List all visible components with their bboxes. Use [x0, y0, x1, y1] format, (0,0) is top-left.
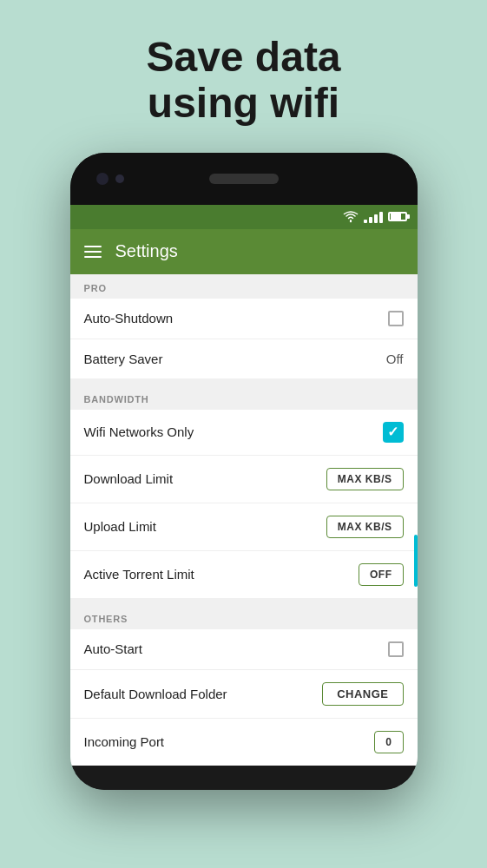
signal-bar-1	[364, 220, 367, 223]
signal-bar-4	[379, 212, 383, 223]
auto-start-label: Auto-Start	[84, 641, 143, 656]
setting-battery-saver[interactable]: Battery Saver Off	[70, 339, 418, 378]
upload-limit-label: Upload Limit	[84, 519, 156, 534]
camera-sensor	[115, 174, 124, 183]
signal-bar-3	[374, 214, 378, 223]
setting-auto-shutdown: Auto-Shutdown	[70, 299, 418, 339]
phone-frame: Settings PRO Auto-Shutdown Battery Saver…	[70, 153, 418, 790]
battery-saver-value: Off	[386, 352, 404, 366]
auto-shutdown-checkbox[interactable]	[388, 311, 404, 326]
phone-bottom-bar	[70, 773, 418, 790]
battery-saver-label: Battery Saver	[84, 352, 163, 366]
settings-section-bandwidth: Wifi Networks Only ✓ Download Limit MAX …	[70, 410, 418, 598]
setting-active-torrent-limit: Active Torrent Limit OFF	[70, 551, 418, 598]
wifi-icon	[343, 211, 359, 223]
hamburger-line-3	[84, 256, 102, 258]
wifi-networks-label: Wifi Networks Only	[84, 424, 194, 439]
checkmark-icon: ✓	[387, 424, 398, 440]
camera-lens	[96, 173, 109, 185]
settings-content: PRO Auto-Shutdown Battery Saver Off BAND…	[70, 274, 418, 766]
signal-icon	[364, 211, 383, 223]
hero-section: Save data using wifi	[0, 0, 487, 153]
signal-bar-2	[369, 217, 372, 223]
phone-speaker	[209, 174, 279, 184]
hero-title-line2: using wifi	[148, 80, 339, 126]
setting-incoming-port: Incoming Port 0	[70, 719, 418, 766]
hero-title: Save data using wifi	[0, 35, 487, 127]
setting-auto-start: Auto-Start	[70, 629, 418, 670]
section-header-pro: PRO	[70, 274, 418, 299]
download-limit-label: Download Limit	[84, 471, 174, 486]
status-bar	[70, 205, 418, 229]
hamburger-line-2	[84, 251, 102, 253]
app-toolbar: Settings	[70, 229, 418, 274]
section-header-others: OTHERS	[70, 605, 418, 629]
hero-title-line1: Save data	[146, 34, 340, 80]
scrollbar-indicator[interactable]	[414, 535, 418, 587]
auto-shutdown-label: Auto-Shutdown	[84, 311, 174, 326]
setting-wifi-networks-only: Wifi Networks Only ✓	[70, 410, 418, 456]
settings-section-others: Auto-Start Default Download Folder CHANG…	[70, 629, 418, 766]
section-header-bandwidth: BANDWIDTH	[70, 385, 418, 410]
setting-upload-limit: Upload Limit MAX KB/S	[70, 503, 418, 551]
active-torrent-button[interactable]: OFF	[359, 563, 404, 586]
change-folder-button[interactable]: CHANGE	[322, 682, 403, 706]
hamburger-menu-button[interactable]	[84, 246, 102, 258]
auto-start-checkbox[interactable]	[388, 641, 404, 657]
camera-area	[96, 173, 124, 185]
default-download-folder-label: Default Download Folder	[84, 687, 227, 701]
battery-icon	[388, 212, 407, 221]
phone-top-bar	[70, 153, 418, 205]
svg-point-0	[349, 220, 351, 221]
phone-container: Settings PRO Auto-Shutdown Battery Saver…	[0, 153, 487, 790]
upload-limit-button[interactable]: MAX KB/S	[326, 516, 404, 538]
active-torrent-label: Active Torrent Limit	[84, 567, 194, 582]
incoming-port-button[interactable]: 0	[374, 731, 403, 753]
download-limit-button[interactable]: MAX KB/S	[326, 468, 404, 490]
hamburger-line-1	[84, 246, 102, 247]
toolbar-title: Settings	[115, 241, 178, 261]
setting-default-download-folder: Default Download Folder CHANGE	[70, 670, 418, 719]
wifi-networks-checkbox[interactable]: ✓	[383, 422, 404, 443]
settings-section-pro: Auto-Shutdown Battery Saver Off	[70, 299, 418, 378]
battery-fill	[391, 214, 402, 220]
setting-download-limit: Download Limit MAX KB/S	[70, 456, 418, 503]
incoming-port-label: Incoming Port	[84, 734, 165, 749]
